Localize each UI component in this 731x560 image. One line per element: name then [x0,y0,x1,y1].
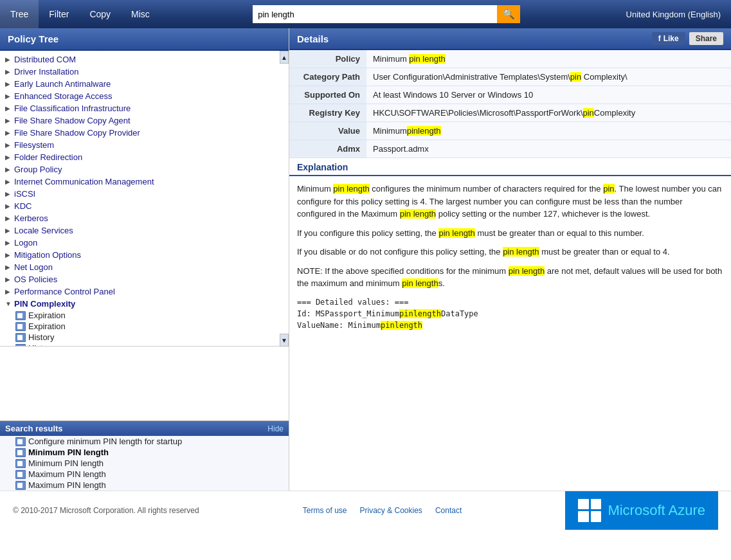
tree-folder-file-share-shadow-copy-provider[interactable]: ▶File Share Shadow Copy Provider [0,127,289,139]
tree-folder-enhanced-storage-access[interactable]: ▶Enhanced Storage Access [0,90,289,102]
tree-leaf-item[interactable]: History [0,332,289,343]
share-button[interactable]: Share [689,32,723,45]
expand-arrow: ▶ [5,227,13,234]
tree-folder-mitigation-options[interactable]: ▶Mitigation Options [0,249,289,261]
tree-folder-locale-services[interactable]: ▶Locale Services [0,224,289,237]
share-label: Share [696,34,717,43]
terms-link[interactable]: Terms of use [303,506,347,515]
detailed-valuename-hl: pinlength [381,321,422,330]
leaf-label: Expiration [28,311,66,320]
tree-folder-file-share-shadow-copy-agent[interactable]: ▶File Share Shadow Copy Agent [0,114,289,127]
result-icon [15,481,26,490]
expand-arrow: ▶ [5,80,13,87]
nav-tree[interactable]: Tree [0,0,39,28]
microsoft-text: Microsoft [608,502,668,518]
tree-folder-file-classification-infrastructure[interactable]: ▶File Classification Infrastructure [0,102,289,114]
result-label: Minimum PIN length [28,447,109,457]
tree-scroll-down[interactable]: ▼ [280,334,289,347]
tree-item-label: Group Policy [14,165,62,174]
details-row-registry: Registry Key HKCU\SOFTWARE\Policies\Micr… [289,104,731,122]
contact-link[interactable]: Contact [435,506,462,515]
tree-folder-os-policies[interactable]: ▶OS Policies [0,273,289,285]
result-label: Maximum PIN length [28,480,106,490]
tree-leaf-item[interactable]: Expiration [0,310,289,321]
tree-folder-folder-redirection[interactable]: ▶Folder Redirection [0,151,289,163]
search-results-panel: Search results Hide Configure minimum PI… [0,420,289,491]
azure-brand: Azure [669,502,705,518]
para1-pre: Minimum [297,184,333,194]
tree-folder-distributed-com[interactable]: ▶Distributed COM [0,53,289,66]
nav-copy[interactable]: Copy [79,0,121,28]
tree-folder-early-launch-antimalware[interactable]: ▶Early Launch Antimalware [0,78,289,90]
para1-hl1: pin length [333,184,369,194]
para1-mid: configures the minimum number of charact… [370,184,603,194]
search-result-item[interactable]: Minimum PIN length [0,447,289,458]
tree-item-label: iSCSI [14,189,35,199]
result-icon [15,448,26,457]
leaf-label: Expiration [28,321,66,331]
search-result-item[interactable]: Minimum PIN length [0,458,289,469]
tree-item-label: PIN Complexity [14,299,75,309]
search-input[interactable] [253,5,497,23]
tree-item-label: Folder Redirection [14,152,82,162]
tree-folder-logon[interactable]: ▶Logon [0,237,289,249]
win-sq-bl [578,511,589,522]
search-results-scroll[interactable]: Configure minimum PIN length for startup… [0,436,289,491]
tree-folder-iscsi[interactable]: ▶iSCSI [0,188,289,200]
tree-item-label: Distributed COM [14,55,76,64]
tree-leaf-item[interactable]: History [0,343,289,347]
tree-folder-group-policy[interactable]: ▶Group Policy [0,163,289,176]
details-row-admx: Admx Passport.admx [289,140,731,158]
tree-folder-kerberos[interactable]: ▶Kerberos [0,212,289,224]
nav-filter[interactable]: Filter [39,0,79,28]
hide-search-link[interactable]: Hide [267,424,284,433]
tree-item-label: File Share Shadow Copy Agent [14,116,131,125]
tree-folder-pin-complexity[interactable]: ▼PIN Complexity [0,298,289,310]
nav-misc[interactable]: Misc [121,0,160,28]
search-results-header: Search results Hide [0,421,289,436]
tree-folder-net-logon[interactable]: ▶Net Logon [0,261,289,273]
search-wrap: 🔍 [253,5,523,23]
expand-arrow: ▶ [5,190,13,197]
tree-folder-driver-installation[interactable]: ▶Driver Installation [0,66,289,78]
details-title: Details [297,33,329,44]
para3-pre: If you disable or do not configure this … [297,247,503,257]
like-label: Like [663,34,679,43]
result-label: Configure minimum PIN length for startup [28,437,182,446]
search-result-item[interactable]: Maximum PIN length [0,480,289,491]
category-highlight: pin [570,72,581,82]
expand-arrow: ▶ [5,117,13,124]
expand-arrow: ▶ [5,105,13,112]
tree-leaf-item[interactable]: Expiration [0,321,289,332]
explanation-detailed: === Detailed values: === Id: MSPassport_… [297,296,723,331]
value-pre: Minimum [373,126,407,136]
admx-label: Admx [289,140,366,158]
windows-icon [578,499,601,522]
tree-item-label: Driver Installation [14,67,78,77]
tree-folder-kdc[interactable]: ▶KDC [0,200,289,212]
expand-arrow: ▶ [5,129,13,136]
details-row-category: Category Path User Configuration\Adminis… [289,68,731,86]
facebook-like-button[interactable]: f Like [652,32,685,45]
expand-arrow: ▶ [5,264,13,271]
explanation-scroll[interactable]: Minimum pin length configures the minimu… [289,176,731,491]
tree-folder-performance-control-panel[interactable]: ▶Performance Control Panel [0,285,289,298]
para1-end2: policy setting or the number 127, whiche… [436,209,650,219]
search-button[interactable]: 🔍 [497,5,520,23]
privacy-link[interactable]: Privacy & Cookies [360,506,422,515]
leaf-icon [15,344,26,347]
tree-scroll[interactable]: ▶Distributed COM▶Driver Installation▶Ear… [0,51,289,347]
tree-scroll-up[interactable]: ▲ [280,51,289,64]
search-result-item[interactable]: Maximum PIN length [0,469,289,480]
tree-folder-internet-communication-management[interactable]: ▶Internet Communication Management [0,176,289,188]
tree-item-label: Net Logon [14,262,53,272]
tree-item-label: File Share Shadow Copy Provider [14,128,140,138]
tree-item-label: KDC [14,201,32,211]
left-panel: Policy Tree ▲ ▶Distributed COM▶Driver In… [0,28,289,491]
detailed-valuename: ValueName: Minimum [297,321,381,330]
search-result-item[interactable]: Configure minimum PIN length for startup [0,436,289,447]
para1-hl2: pin [603,184,614,194]
tree-folder-filesystem[interactable]: ▶Filesystem [0,139,289,151]
leaf-icon [15,333,26,342]
main-layout: Policy Tree ▲ ▶Distributed COM▶Driver In… [0,28,731,491]
